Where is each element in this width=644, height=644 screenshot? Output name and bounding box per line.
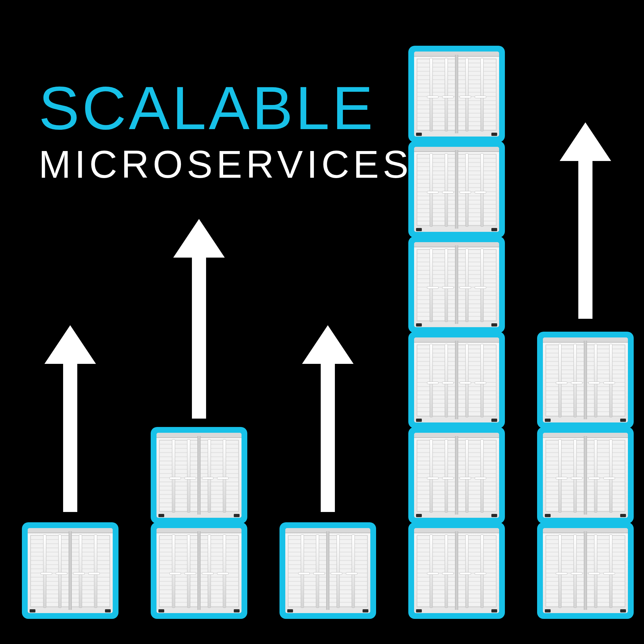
container-tile <box>151 523 247 618</box>
up-arrow-icon <box>305 325 350 515</box>
title-line-2: MICROSERVICES <box>39 145 412 184</box>
container-tile <box>538 428 633 523</box>
container-tile <box>151 428 247 523</box>
title-line-1: SCALABLE <box>39 77 412 138</box>
container-tile <box>538 523 633 618</box>
container-tile <box>409 332 504 428</box>
container-tile <box>409 237 504 332</box>
title-block: SCALABLE MICROSERVICES <box>39 77 412 184</box>
container-tile <box>409 428 504 523</box>
up-arrow-icon <box>176 219 222 422</box>
container-tile <box>409 46 504 142</box>
up-arrow-icon <box>563 122 608 322</box>
container-tile <box>23 523 118 618</box>
container-tile <box>409 523 504 618</box>
container-tile <box>409 142 504 237</box>
up-arrow-icon <box>48 325 93 515</box>
container-tile <box>280 523 375 618</box>
diagram-stage: SCALABLE MICROSERVICES <box>0 0 644 644</box>
container-tile <box>538 332 633 428</box>
